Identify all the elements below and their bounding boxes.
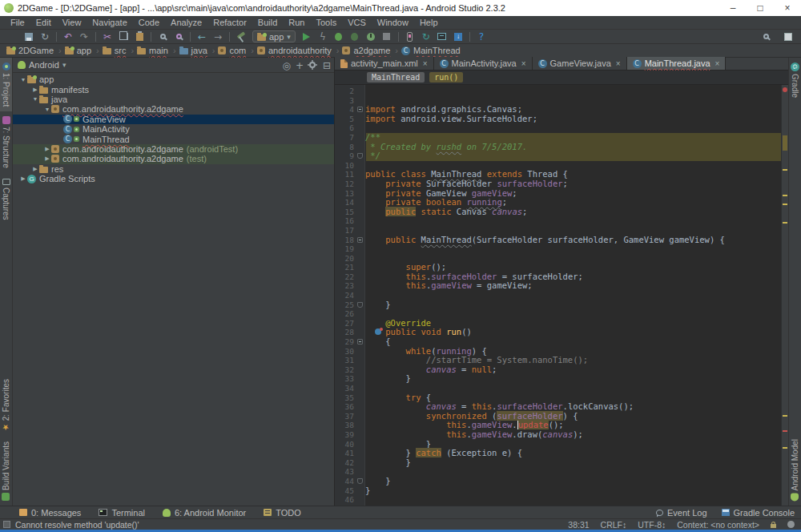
close-button[interactable]: ×	[774, 0, 801, 16]
chevron-expanded-icon[interactable]: ▼	[19, 77, 27, 83]
instant-run-button[interactable]: ϟ	[315, 30, 331, 43]
fold-open-icon[interactable]	[357, 107, 363, 112]
tool-stripe-1-project[interactable]: 1: Project	[0, 58, 12, 111]
build-button[interactable]	[233, 30, 249, 43]
chevron-collapsed-icon[interactable]: ▶	[19, 175, 27, 182]
run-configuration-selector[interactable]: app▾	[252, 30, 296, 42]
breadcrumb-item[interactable]: src	[103, 46, 127, 55]
save-button[interactable]	[21, 30, 37, 43]
minimize-button[interactable]: –	[719, 0, 747, 16]
caret-position[interactable]: 38:31	[568, 520, 589, 530]
menu-help[interactable]: Help	[414, 16, 444, 29]
menu-refactor[interactable]: Refactor	[207, 16, 252, 29]
close-tab-icon[interactable]: ×	[423, 59, 428, 68]
tool-stripe-gradle[interactable]: Gradle	[789, 58, 801, 103]
project-view-selector[interactable]: Android ▾	[18, 60, 66, 70]
chevron-collapsed-icon[interactable]: ▶	[43, 155, 51, 162]
chevron-collapsed-icon[interactable]: ▶	[31, 166, 39, 172]
editor-error-stripe[interactable]	[781, 85, 788, 506]
menu-code[interactable]: Code	[133, 16, 165, 29]
undo-button[interactable]: ↶	[60, 30, 76, 43]
tree-row[interactable]: ▼com.androidauthority.a2dgame	[13, 104, 334, 114]
tree-row[interactable]: ▼java	[13, 95, 334, 104]
scroll-from-source-button[interactable]: ◎	[282, 59, 290, 70]
help-button[interactable]: ?	[473, 30, 489, 43]
menu-navigate[interactable]: Navigate	[87, 16, 132, 29]
find-in-path-button[interactable]	[171, 30, 187, 43]
lock-icon[interactable]	[771, 524, 776, 528]
redo-button[interactable]: ↷	[76, 30, 92, 43]
menu-analyze[interactable]: Analyze	[165, 16, 207, 29]
menu-build[interactable]: Build	[252, 16, 283, 29]
collapse-all-button[interactable]: +	[296, 59, 304, 70]
sync-button[interactable]: ↻	[37, 30, 53, 43]
attach-debugger-button[interactable]	[347, 30, 363, 43]
tool-stripe-captures[interactable]: Captures	[0, 173, 12, 225]
menu-vcs[interactable]: VCS	[342, 16, 372, 29]
tool-stripe-7-structure[interactable]: 7: Structure	[0, 111, 12, 173]
fold-open-icon[interactable]	[357, 339, 363, 345]
search-button[interactable]	[758, 30, 774, 43]
tool-window-button-todo[interactable]: TODO	[264, 508, 301, 518]
tool-window-button-6-android-monitor[interactable]: 6: Android Monitor	[163, 508, 246, 518]
tool-window-button-gradle-console[interactable]: Gradle Console	[722, 508, 795, 518]
cut-button[interactable]: ✂	[99, 30, 115, 43]
fold-end-icon[interactable]	[357, 302, 363, 308]
find-button[interactable]	[155, 30, 171, 43]
code-editor[interactable]: 234import android.graphics.Canvas;5impor…	[335, 85, 781, 506]
paste-button[interactable]	[131, 30, 147, 43]
menu-tools[interactable]: Tools	[310, 16, 342, 29]
menu-edit[interactable]: Edit	[30, 16, 57, 29]
device-monitor-button[interactable]	[434, 30, 450, 43]
debug-button[interactable]	[331, 30, 347, 43]
run-play-button[interactable]	[299, 30, 315, 43]
chevron-expanded-icon[interactable]: ▼	[43, 107, 51, 112]
tree-row[interactable]: ▶com.androidauthority.a2dgame(test)	[13, 154, 334, 163]
tool-window-button-0-messages[interactable]: 0: Messages	[19, 508, 81, 518]
menu-file[interactable]: File	[5, 16, 30, 29]
tool-stripe-android-model[interactable]: Android Model	[789, 434, 801, 506]
toggle-tool-stripes-icon[interactable]	[3, 521, 10, 528]
close-tab-icon[interactable]: ×	[715, 59, 720, 68]
sdk-manager-button[interactable]	[450, 30, 466, 43]
breadcrumb-item[interactable]: com	[218, 46, 246, 55]
copy-button[interactable]	[115, 30, 131, 43]
editor-tab-activity-main-xml[interactable]: activity_main.xml×	[335, 57, 434, 70]
close-tab-icon[interactable]: ×	[521, 59, 526, 68]
gradle-sync-button[interactable]: ↻	[418, 30, 434, 43]
tree-row[interactable]: ▶res	[13, 164, 334, 174]
editor-tab-mainthread-java[interactable]: MainThread.java×	[627, 57, 727, 70]
breadcrumb-item[interactable]: a2dgame	[342, 46, 390, 55]
tree-row[interactable]: ▶Gradle Scripts	[13, 174, 334, 183]
fold-end-icon[interactable]	[357, 478, 363, 484]
tool-stripe-2-favorites[interactable]: 2: Favorites	[0, 374, 12, 437]
breadcrumb-item[interactable]: main	[137, 46, 168, 55]
encoding-indicator[interactable]: UTF-8↕	[638, 520, 666, 530]
breadcrumb-item[interactable]: 2DGame	[6, 46, 54, 55]
breadcrumb-item[interactable]: androidauthority	[257, 46, 332, 55]
code-breadcrumb-chip[interactable]: MainThread	[367, 72, 425, 83]
open-button[interactable]	[5, 30, 21, 43]
toolbar-toggle-button[interactable]	[780, 30, 796, 43]
editor-tab-mainactivity-java[interactable]: MainActivity.java×	[434, 57, 533, 70]
fold-end-icon[interactable]	[357, 153, 363, 159]
tool-window-button-terminal[interactable]: Terminal	[99, 508, 145, 518]
tree-row[interactable]: MainThread	[13, 134, 334, 143]
chevron-expanded-icon[interactable]: ▼	[31, 96, 39, 102]
maximize-button[interactable]: □	[747, 0, 774, 16]
editor-tab-gameview-java[interactable]: GameView.java×	[533, 57, 627, 70]
menu-run[interactable]: Run	[283, 16, 310, 29]
hide-panel-button[interactable]: ⊟	[323, 59, 331, 70]
avd-manager-button[interactable]	[402, 30, 418, 43]
context-indicator[interactable]: Context: <no context>	[677, 520, 759, 530]
tree-row[interactable]: ▶manifests	[13, 84, 334, 94]
breadcrumb-item[interactable]: MainThread	[401, 46, 461, 55]
breadcrumb-item[interactable]: app	[65, 46, 91, 55]
inspections-profile-icon[interactable]	[787, 521, 795, 528]
tree-row[interactable]: GameView	[13, 115, 334, 124]
profile-button[interactable]	[363, 30, 379, 43]
breadcrumb-item[interactable]: java	[179, 46, 207, 55]
stop-square-button[interactable]	[379, 30, 395, 43]
settings-gear-button[interactable]	[308, 59, 318, 70]
fold-open-icon[interactable]	[357, 237, 363, 243]
